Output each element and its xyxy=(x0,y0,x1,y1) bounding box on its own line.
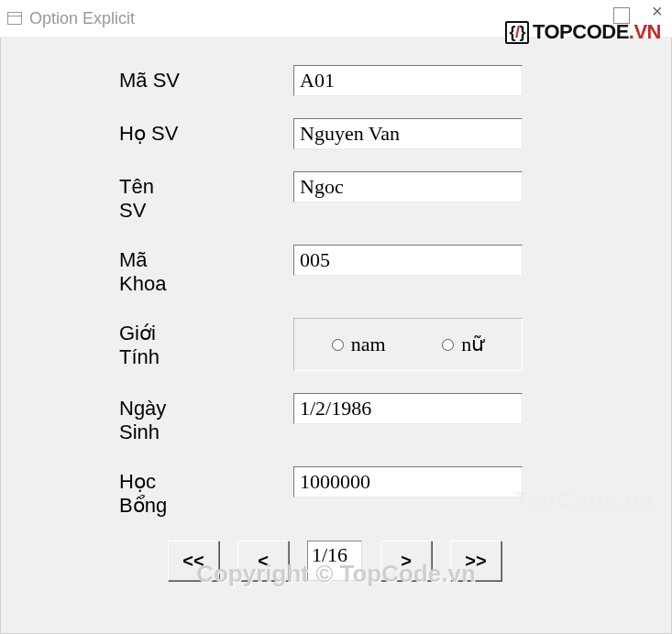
input-ngay-sinh[interactable] xyxy=(293,393,523,424)
radio-icon xyxy=(442,339,454,351)
label-ho-sv: Họ SV xyxy=(18,118,183,146)
brand-glyph-icon: {/} xyxy=(505,21,529,44)
input-ma-khoa[interactable] xyxy=(293,245,523,276)
label-gioi-tinh: Giới Tính xyxy=(18,318,183,369)
gender-frame: nam nữ xyxy=(293,318,523,371)
radio-nam[interactable]: nam xyxy=(332,333,386,356)
label-ma-sv: Mã SV xyxy=(18,65,183,93)
brand-name: TOPCODE.VN xyxy=(533,20,661,44)
radio-label-nam: nam xyxy=(351,333,386,356)
input-ho-sv[interactable] xyxy=(293,118,523,149)
label-ma-khoa: Mã Khoa xyxy=(18,245,183,296)
watermark-large: Copyright © TopCode.vn xyxy=(0,560,672,588)
form-icon xyxy=(7,12,22,25)
close-icon[interactable]: × xyxy=(652,4,666,18)
radio-label-nu: nữ xyxy=(461,333,484,356)
radio-icon xyxy=(332,339,344,351)
input-hoc-bong[interactable] xyxy=(293,466,523,497)
input-ma-sv[interactable] xyxy=(293,65,523,96)
brand-logo: {/} TOPCODE.VN xyxy=(505,20,661,44)
window-title: Option Explicit xyxy=(29,9,135,28)
label-hoc-bong: Học Bổng xyxy=(18,466,183,518)
watermark-small: TopCode.vn xyxy=(513,486,654,515)
label-ten-sv: Tên SV xyxy=(18,171,183,223)
label-ngay-sinh: Ngày Sinh xyxy=(18,393,183,444)
input-ten-sv[interactable] xyxy=(293,171,523,202)
radio-nu[interactable]: nữ xyxy=(442,333,484,356)
